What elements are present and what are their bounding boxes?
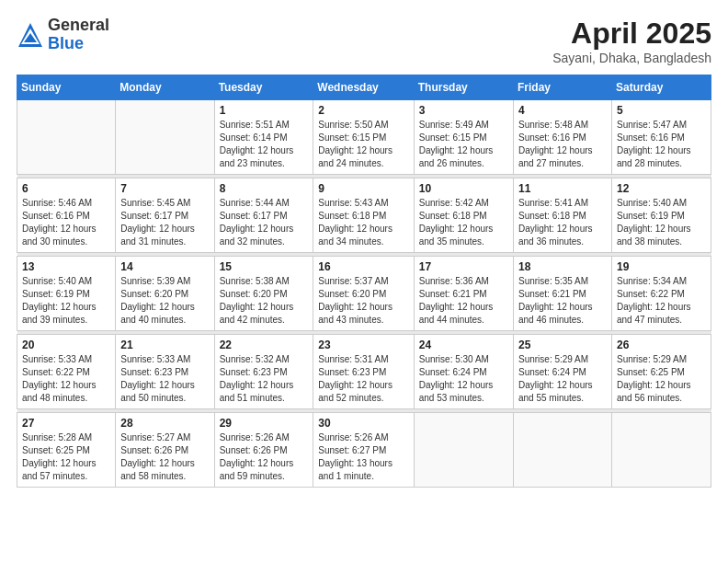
- col-tuesday: Tuesday: [214, 75, 313, 100]
- table-row: 4Sunrise: 5:48 AMSunset: 6:16 PMDaylight…: [513, 100, 611, 175]
- day-info: Sunrise: 5:49 AMSunset: 6:15 PMDaylight:…: [419, 119, 508, 170]
- table-row: 11Sunrise: 5:41 AMSunset: 6:18 PMDayligh…: [513, 178, 611, 253]
- logo-general-text: General: [48, 17, 109, 35]
- day-number: 18: [518, 260, 607, 273]
- col-friday: Friday: [513, 75, 611, 100]
- day-info: Sunrise: 5:48 AMSunset: 6:16 PMDaylight:…: [518, 119, 607, 170]
- day-number: 9: [318, 182, 408, 195]
- table-row: 20Sunrise: 5:33 AMSunset: 6:22 PMDayligh…: [17, 335, 116, 409]
- table-row: 5Sunrise: 5:47 AMSunset: 6:16 PMDaylight…: [611, 100, 711, 175]
- calendar-table: Sunday Monday Tuesday Wednesday Thursday…: [17, 75, 711, 488]
- table-row: [414, 413, 513, 488]
- day-number: 4: [518, 104, 607, 117]
- table-row: 25Sunrise: 5:29 AMSunset: 6:24 PMDayligh…: [513, 335, 611, 409]
- table-row: [611, 413, 711, 488]
- day-info: Sunrise: 5:34 AMSunset: 6:22 PMDaylight:…: [617, 275, 706, 327]
- table-row: 29Sunrise: 5:26 AMSunset: 6:26 PMDayligh…: [214, 413, 313, 488]
- table-row: 18Sunrise: 5:35 AMSunset: 6:21 PMDayligh…: [513, 257, 611, 331]
- table-row: 2Sunrise: 5:50 AMSunset: 6:15 PMDaylight…: [313, 100, 414, 175]
- table-row: 16Sunrise: 5:37 AMSunset: 6:20 PMDayligh…: [313, 257, 414, 331]
- day-number: 8: [220, 182, 309, 195]
- day-info: Sunrise: 5:28 AMSunset: 6:25 PMDaylight:…: [22, 431, 110, 483]
- table-row: 21Sunrise: 5:33 AMSunset: 6:23 PMDayligh…: [116, 335, 214, 409]
- day-number: 25: [518, 339, 607, 351]
- day-number: 7: [120, 182, 209, 195]
- col-wednesday: Wednesday: [313, 75, 414, 100]
- day-number: 11: [518, 182, 607, 195]
- day-info: Sunrise: 5:26 AMSunset: 6:27 PMDaylight:…: [318, 431, 408, 483]
- table-row: 24Sunrise: 5:30 AMSunset: 6:24 PMDayligh…: [414, 335, 513, 409]
- day-info: Sunrise: 5:47 AMSunset: 6:16 PMDaylight:…: [617, 119, 706, 170]
- day-number: 29: [220, 417, 309, 430]
- table-row: 10Sunrise: 5:42 AMSunset: 6:18 PMDayligh…: [414, 178, 513, 253]
- day-number: 22: [220, 339, 309, 351]
- day-info: Sunrise: 5:35 AMSunset: 6:21 PMDaylight:…: [518, 275, 607, 327]
- day-number: 27: [22, 417, 110, 430]
- table-row: 7Sunrise: 5:45 AMSunset: 6:17 PMDaylight…: [116, 178, 214, 253]
- table-row: 27Sunrise: 5:28 AMSunset: 6:25 PMDayligh…: [17, 413, 116, 488]
- day-info: Sunrise: 5:45 AMSunset: 6:17 PMDaylight:…: [120, 197, 209, 248]
- table-row: 19Sunrise: 5:34 AMSunset: 6:22 PMDayligh…: [611, 257, 711, 331]
- table-row: 23Sunrise: 5:31 AMSunset: 6:23 PMDayligh…: [313, 335, 414, 409]
- subtitle: Sayani, Dhaka, Bangladesh: [552, 51, 711, 65]
- day-info: Sunrise: 5:36 AMSunset: 6:21 PMDaylight:…: [419, 275, 508, 327]
- day-number: 15: [220, 260, 309, 273]
- day-number: 14: [120, 260, 209, 273]
- day-info: Sunrise: 5:29 AMSunset: 6:24 PMDaylight:…: [518, 353, 607, 405]
- day-number: 26: [617, 339, 706, 351]
- header: General Blue April 2025 Sayani, Dhaka, B…: [17, 17, 711, 65]
- logo-blue-text: Blue: [48, 35, 109, 53]
- day-number: 10: [419, 182, 508, 195]
- col-monday: Monday: [116, 75, 214, 100]
- day-number: 5: [617, 104, 706, 117]
- day-number: 6: [22, 182, 110, 195]
- table-row: 8Sunrise: 5:44 AMSunset: 6:17 PMDaylight…: [214, 178, 313, 253]
- table-row: 1Sunrise: 5:51 AMSunset: 6:14 PMDaylight…: [214, 100, 313, 175]
- table-row: 3Sunrise: 5:49 AMSunset: 6:15 PMDaylight…: [414, 100, 513, 175]
- day-info: Sunrise: 5:29 AMSunset: 6:25 PMDaylight:…: [617, 353, 706, 405]
- day-number: 19: [617, 260, 706, 273]
- calendar-week-row: 6Sunrise: 5:46 AMSunset: 6:16 PMDaylight…: [17, 178, 711, 253]
- table-row: 9Sunrise: 5:43 AMSunset: 6:18 PMDaylight…: [313, 178, 414, 253]
- table-row: [116, 100, 214, 175]
- day-number: 12: [617, 182, 706, 195]
- day-info: Sunrise: 5:44 AMSunset: 6:17 PMDaylight:…: [220, 197, 309, 248]
- table-row: 12Sunrise: 5:40 AMSunset: 6:19 PMDayligh…: [611, 178, 711, 253]
- table-row: 26Sunrise: 5:29 AMSunset: 6:25 PMDayligh…: [611, 335, 711, 409]
- day-info: Sunrise: 5:31 AMSunset: 6:23 PMDaylight:…: [318, 353, 408, 405]
- day-info: Sunrise: 5:32 AMSunset: 6:23 PMDaylight:…: [220, 353, 309, 405]
- day-info: Sunrise: 5:40 AMSunset: 6:19 PMDaylight:…: [617, 197, 706, 248]
- day-number: 3: [419, 104, 508, 117]
- main-title: April 2025: [552, 17, 711, 51]
- day-number: 23: [318, 339, 408, 351]
- table-row: 17Sunrise: 5:36 AMSunset: 6:21 PMDayligh…: [414, 257, 513, 331]
- day-info: Sunrise: 5:43 AMSunset: 6:18 PMDaylight:…: [318, 197, 408, 248]
- calendar-week-row: 20Sunrise: 5:33 AMSunset: 6:22 PMDayligh…: [17, 335, 711, 409]
- day-number: 28: [120, 417, 209, 430]
- col-sunday: Sunday: [17, 75, 116, 100]
- day-info: Sunrise: 5:33 AMSunset: 6:23 PMDaylight:…: [120, 353, 209, 405]
- calendar-header-row: Sunday Monday Tuesday Wednesday Thursday…: [17, 75, 711, 100]
- page: General Blue April 2025 Sayani, Dhaka, B…: [0, 0, 728, 563]
- day-number: 16: [318, 260, 408, 273]
- day-info: Sunrise: 5:27 AMSunset: 6:26 PMDaylight:…: [120, 431, 209, 483]
- table-row: [513, 413, 611, 488]
- day-info: Sunrise: 5:37 AMSunset: 6:20 PMDaylight:…: [318, 275, 408, 327]
- logo: General Blue: [17, 17, 109, 53]
- col-saturday: Saturday: [611, 75, 711, 100]
- table-row: 28Sunrise: 5:27 AMSunset: 6:26 PMDayligh…: [116, 413, 214, 488]
- calendar-week-row: 13Sunrise: 5:40 AMSunset: 6:19 PMDayligh…: [17, 257, 711, 331]
- day-info: Sunrise: 5:39 AMSunset: 6:20 PMDaylight:…: [120, 275, 209, 327]
- title-block: April 2025 Sayani, Dhaka, Bangladesh: [552, 17, 711, 65]
- day-info: Sunrise: 5:33 AMSunset: 6:22 PMDaylight:…: [22, 353, 110, 405]
- table-row: 14Sunrise: 5:39 AMSunset: 6:20 PMDayligh…: [116, 257, 214, 331]
- day-info: Sunrise: 5:42 AMSunset: 6:18 PMDaylight:…: [419, 197, 508, 248]
- day-number: 1: [220, 104, 309, 117]
- table-row: 6Sunrise: 5:46 AMSunset: 6:16 PMDaylight…: [17, 178, 116, 253]
- day-number: 24: [419, 339, 508, 351]
- table-row: 30Sunrise: 5:26 AMSunset: 6:27 PMDayligh…: [313, 413, 414, 488]
- logo-icon: [17, 21, 44, 49]
- day-info: Sunrise: 5:30 AMSunset: 6:24 PMDaylight:…: [419, 353, 508, 405]
- day-number: 21: [120, 339, 209, 351]
- day-info: Sunrise: 5:40 AMSunset: 6:19 PMDaylight:…: [22, 275, 110, 327]
